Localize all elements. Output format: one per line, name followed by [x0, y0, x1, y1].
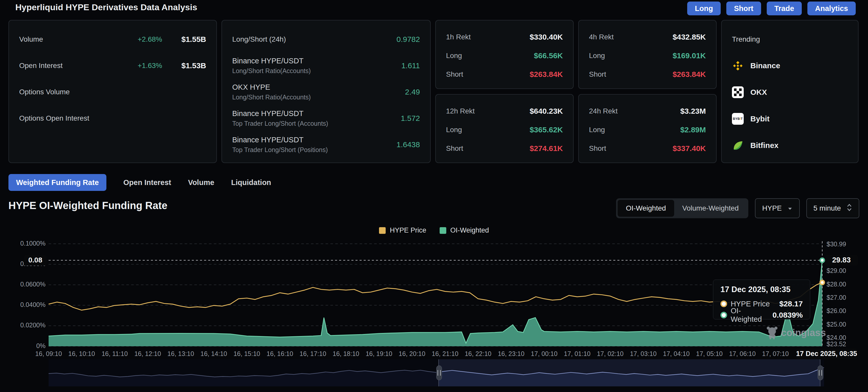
y-axis-label-right: $30.99: [827, 240, 846, 248]
crosshair-x-badge-text: 17 Dec 2025, 08:35: [796, 350, 857, 358]
x-axis-label: 16, 09:10: [35, 350, 62, 357]
x-axis-label: 16, 23:10: [498, 350, 524, 357]
oi-weighted-endpoint-dot-center: [821, 259, 824, 262]
y-axis-label-left: 0.0400%: [20, 301, 45, 308]
x-axis-label: 16, 11:10: [101, 350, 128, 357]
funding-rate-chart[interactable]: 0.1000%0.0800%0.0600%0.0400%0.0200%0%$30…: [0, 0, 868, 392]
oi-weighted-dot-icon: [720, 312, 727, 318]
x-axis-label: 16, 10:10: [68, 350, 95, 357]
chart-navigator[interactable]: [0, 359, 868, 387]
y-axis-label-right: $23.52: [827, 340, 846, 348]
hype-price-line: [49, 282, 822, 310]
coinglass-watermark: coinglass: [765, 325, 826, 341]
y-axis-label-right: $27.00: [827, 294, 846, 301]
x-axis-label: 17, 06:10: [729, 350, 756, 357]
y-axis-label-right: $29.00: [827, 267, 846, 274]
y-axis-label-right: $26.00: [827, 307, 846, 314]
y-axis-label-left: 0.0200%: [20, 322, 45, 329]
x-axis-label: 16, 14:10: [200, 350, 227, 357]
x-axis-label: 16, 22:10: [465, 350, 491, 357]
y-axis-label-right: $28.00: [827, 281, 846, 288]
x-axis-label: 16, 12:10: [134, 350, 161, 357]
x-axis-label: 16, 17:10: [300, 350, 326, 357]
x-axis-label: 16, 13:10: [167, 350, 194, 357]
tooltip-row-oi: OI-Weighted 0.0839%: [720, 309, 803, 321]
grip-icon: [438, 370, 441, 375]
y-axis-label-left: 0.1000%: [20, 240, 45, 247]
coinglass-mascot-icon: [765, 325, 779, 341]
x-axis-label: 16, 21:10: [432, 350, 458, 357]
hype-price-dot-icon: [720, 300, 727, 307]
y-axis-label-right: $24.00: [827, 334, 846, 341]
x-axis-label: 17, 05:10: [696, 350, 722, 357]
x-axis-label: 17, 03:10: [630, 350, 656, 357]
watermark-text: coinglass: [781, 327, 826, 338]
hype-price-endpoint-dot-center: [821, 281, 824, 284]
x-axis-label: 16, 19:10: [366, 350, 392, 357]
navigator-dim-left: [49, 359, 439, 386]
x-axis-label: 16, 16:10: [267, 350, 293, 357]
grip-icon: [819, 370, 822, 375]
crosshair-left-badge-text: 0.08: [28, 256, 42, 264]
crosshair-right-badge-text: 29.83: [832, 256, 851, 264]
x-axis-label: 16, 18:10: [333, 350, 359, 357]
tooltip-datetime: 17 Dec 2025, 08:35: [720, 285, 803, 294]
y-axis-label-left: 0.0600%: [20, 281, 45, 288]
x-axis-label: 16, 15:10: [234, 350, 260, 357]
navigator-selection: [439, 359, 820, 386]
dashboard-page: Hyperliquid HYPE Derivatives Data Analys…: [0, 0, 868, 392]
navigator-right-handle[interactable]: [817, 365, 823, 380]
x-axis-label: 17, 07:10: [762, 350, 789, 357]
x-axis-label: 16, 20:10: [399, 350, 425, 357]
x-axis-label: 17, 01:10: [564, 350, 590, 357]
x-axis-label: 17, 02:10: [597, 350, 623, 357]
y-axis-label-right: $25.00: [827, 321, 846, 328]
x-axis-label: 17, 00:10: [531, 350, 558, 357]
chart-tooltip: 17 Dec 2025, 08:35 HYPE Price $28.17 OI-…: [713, 280, 810, 320]
x-axis-label: 17, 04:10: [663, 350, 689, 357]
navigator-left-handle[interactable]: [436, 365, 442, 380]
y-axis-label-left: 0%: [36, 342, 45, 349]
